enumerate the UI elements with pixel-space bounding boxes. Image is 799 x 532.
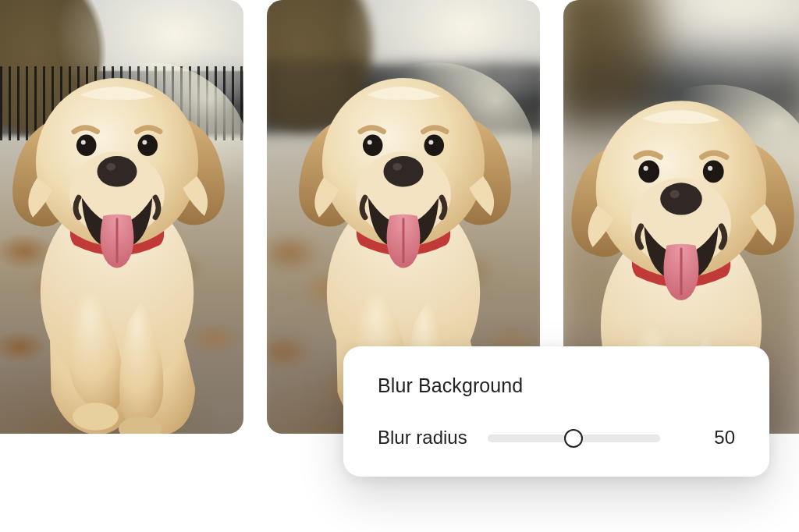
preview-tile-original (0, 0, 243, 434)
blur-radius-slider[interactable] (488, 429, 660, 448)
slider-thumb[interactable] (564, 429, 583, 448)
subject-dog (0, 44, 243, 434)
blur-radius-row: Blur radius 50 (378, 427, 735, 449)
blur-radius-label: Blur radius (378, 427, 467, 449)
blur-controls-panel: Blur Background Blur radius 50 (343, 346, 769, 477)
blur-radius-value: 50 (701, 427, 735, 449)
panel-title: Blur Background (378, 374, 735, 397)
